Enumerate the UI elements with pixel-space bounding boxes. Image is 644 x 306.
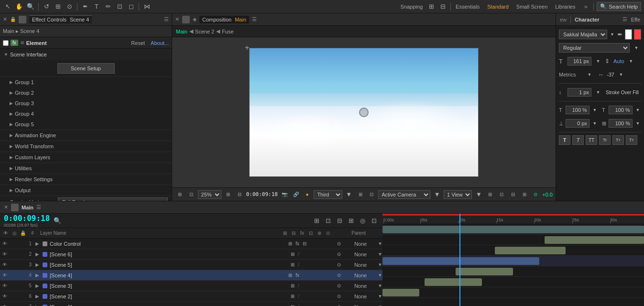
layer-7-switch3[interactable]	[318, 303, 326, 306]
comp-pixel-icon[interactable]: ⊟	[235, 190, 244, 199]
layer-6-parent-arrow[interactable]: ▼	[378, 294, 382, 299]
eyedropper-icon[interactable]: ✒	[617, 31, 623, 38]
scene-setup-button[interactable]: Scene Setup	[57, 63, 115, 74]
text-allcaps-button[interactable]: TT	[586, 135, 597, 145]
reset-button[interactable]: Reset	[131, 40, 145, 46]
layer-2-switch2[interactable]	[309, 251, 317, 258]
group3-row[interactable]: ▶ Group 3	[0, 98, 172, 109]
eraser-tool-icon[interactable]: ◻	[126, 2, 136, 11]
layer-1-lock-icon[interactable]	[17, 240, 23, 247]
comp-camera-dropdown-icon[interactable]: ▼	[432, 190, 442, 199]
layer-6-lock-icon[interactable]	[17, 293, 23, 300]
search-help-button[interactable]: 🔍 Search Help	[597, 2, 641, 11]
layer-5-switch3[interactable]	[318, 282, 326, 290]
layer-3-expand-icon[interactable]: ▶	[34, 262, 41, 268]
layer-3-parent-arrow[interactable]: ▼	[378, 262, 382, 267]
text-italic-button[interactable]: T	[572, 135, 584, 145]
layer-3-solo-icon[interactable]	[9, 262, 16, 268]
group5-row[interactable]: ▶ Group 5	[0, 119, 172, 130]
kerning-dropdown-icon[interactable]: ▼	[585, 70, 594, 79]
comp-camera-snap-icon[interactable]: 📷	[280, 190, 289, 199]
layer-6-switch3[interactable]	[318, 293, 326, 300]
panel-menu-icon[interactable]: ☰	[164, 16, 169, 22]
camera-tool-icon[interactable]: ⊞	[53, 2, 63, 11]
layer-2-switch4[interactable]	[327, 251, 334, 258]
layer-row-4[interactable]: 👁 4 ▶ [Scene 4] ⊞ fx ⊙ None	[0, 270, 382, 281]
layer-6-switch4[interactable]	[327, 293, 334, 300]
layer-7-expand-icon[interactable]: ▶	[34, 304, 41, 306]
layer-1-parent-arrow[interactable]: ▼	[378, 241, 382, 246]
layer-2-lock-icon[interactable]	[17, 251, 23, 258]
view-select[interactable]: Third	[314, 190, 342, 199]
comp-link-icon[interactable]: 🔗	[291, 190, 301, 199]
text-smallcaps-button[interactable]: Tr	[599, 135, 611, 145]
orbit-tool-icon[interactable]: ⊙	[65, 2, 74, 11]
layer-4-switch1[interactable]	[301, 272, 308, 279]
layer-1-switch3[interactable]	[318, 240, 326, 248]
group2-row[interactable]: ▶ Group 2	[0, 87, 172, 98]
layer-7-lock-icon[interactable]	[17, 304, 23, 306]
blend-icon[interactable]: ⊟	[335, 216, 344, 226]
hand-tool-icon[interactable]: ✋	[14, 2, 24, 11]
view-count-select[interactable]: 1 View	[444, 190, 472, 199]
layer-5-flag-icon[interactable]: ⊞	[289, 282, 296, 290]
layer-6-switch2[interactable]	[309, 293, 317, 300]
layer-1-fx-icon[interactable]: fx	[295, 241, 300, 246]
comp-grid-icon[interactable]: ⊡	[186, 190, 196, 199]
group4-row[interactable]: ▶ Group 4	[0, 109, 172, 119]
timeline-menu-icon[interactable]: ☰	[36, 204, 41, 210]
motion-blur-icon[interactable]: ◎	[358, 216, 367, 226]
layer-4-switch2[interactable]	[309, 272, 317, 279]
playhead[interactable]	[459, 214, 460, 224]
layer-3-eye-icon[interactable]: 👁	[1, 262, 8, 268]
font-color-swatch[interactable]	[625, 29, 632, 40]
font-style-dropdown-icon[interactable]: ▼	[632, 43, 641, 53]
snapping-icon[interactable]: ⊞	[426, 2, 436, 11]
markers-icon[interactable]: ⊞	[346, 216, 356, 226]
layer-4-switch4[interactable]	[327, 272, 334, 279]
close-timeline-icon[interactable]: ✕	[4, 204, 8, 210]
tab-fuse[interactable]: Fuse	[222, 29, 233, 34]
layer-1-switch1[interactable]: ⊟	[301, 240, 308, 248]
layer-4-expand-icon[interactable]: ▶	[34, 272, 41, 279]
layer-5-switch1[interactable]	[301, 282, 308, 290]
layer-4-lock-icon[interactable]	[17, 272, 23, 279]
nav-arrow-left[interactable]: ◀	[189, 28, 193, 34]
layer-5-fx-icon[interactable]: /	[297, 283, 300, 288]
utilities-row[interactable]: ▶ Utilities	[0, 163, 172, 174]
layer-1-expand-icon[interactable]: ▶	[34, 240, 41, 247]
layer-row-6[interactable]: 👁 6 ▶ [Scene 2] ⊞ / ⊙ None	[0, 291, 382, 302]
layer-4-solo-icon[interactable]	[9, 272, 16, 279]
animation-engine-row[interactable]: ▶ Animation Engine	[0, 130, 172, 141]
comp-render-icon[interactable]: ⊡	[497, 190, 506, 199]
layer-5-parent-arrow[interactable]: ▼	[378, 283, 382, 288]
layer-row-2[interactable]: 👁 2 ▶ [Scene 6] ⊞ / ⊙ None	[0, 249, 382, 260]
layer-2-switch1[interactable]	[301, 251, 308, 258]
layer-2-expand-icon[interactable]: ▶	[34, 251, 41, 258]
comp-stereo-icon[interactable]: ⊡	[367, 190, 376, 199]
workspace-smallscreen[interactable]: Small Screen	[514, 3, 549, 11]
layer-7-solo-icon[interactable]	[9, 304, 16, 306]
effe-tab[interactable]: Effe	[631, 17, 640, 22]
layer-1-flag-icon[interactable]: ⊞	[286, 240, 294, 248]
layer-6-solo-icon[interactable]	[9, 293, 16, 300]
layer-1-eye-icon[interactable]: 👁	[1, 240, 8, 247]
layer-4-flag-icon[interactable]: ⊞	[286, 272, 294, 279]
layer-6-expand-icon[interactable]: ▶	[34, 293, 41, 300]
layer-4-parent-icon[interactable]: ⊙	[335, 272, 343, 279]
layer-4-eye-icon[interactable]: 👁	[1, 272, 8, 279]
layer-5-switch2[interactable]	[309, 282, 317, 290]
layer-5-parent-icon[interactable]: ⊙	[335, 282, 343, 290]
font-style-select[interactable]: Regular	[559, 43, 630, 53]
layer-6-flag-icon[interactable]: ⊞	[289, 293, 296, 300]
comp-view-dropdown-icon[interactable]: ▼	[344, 190, 354, 199]
layer-7-switch4[interactable]	[327, 303, 334, 306]
tab-main[interactable]: Main	[176, 29, 187, 34]
ripple-icon[interactable]: ⊞	[312, 216, 321, 226]
baseline-dropdown-icon[interactable]: ▼	[591, 119, 598, 128]
brush-tool-icon[interactable]: ✏	[103, 2, 113, 11]
stroke-width-input[interactable]	[568, 88, 591, 97]
tsume-dropdown-icon[interactable]: ▼	[634, 119, 641, 128]
text-bold-button[interactable]: T	[559, 135, 570, 145]
zoom-tool-icon[interactable]: 🔍	[26, 2, 35, 11]
